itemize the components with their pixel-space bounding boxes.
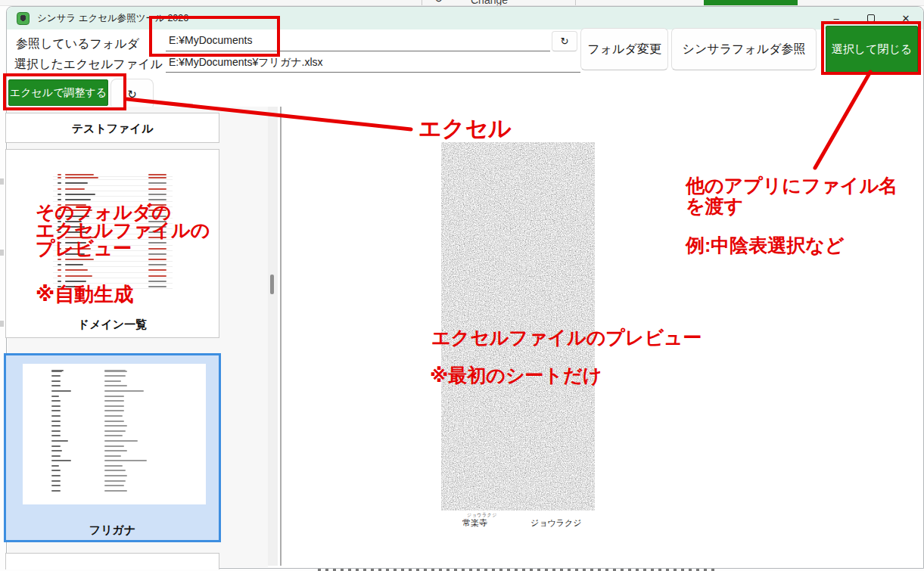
- background-refresh-icon: ↻: [434, 0, 443, 5]
- titlebar: シンサラ エクセル参照ツール 2026 – ✕: [7, 7, 923, 29]
- domain-list-thumbnail: [53, 169, 173, 292]
- sidebar-scrollbar[interactable]: [268, 107, 278, 566]
- background-window-top-strip: ↻ Change: [0, 0, 924, 6]
- sidebar-item-label: テストファイル: [6, 122, 219, 136]
- change-folder-button[interactable]: フォルダ変更: [580, 28, 668, 70]
- preview-caption-kanji: 常楽寺: [462, 517, 487, 529]
- sidebar-item-domain-list[interactable]: ドメイン一覧: [5, 149, 219, 338]
- sidebar-item-test-file[interactable]: テストファイル: [5, 113, 219, 143]
- divider: [575, 0, 576, 6]
- sidebar-item-partial[interactable]: [5, 553, 219, 569]
- preview-caption-katakana: ジョウラクジ: [530, 517, 582, 529]
- folder-refresh-button[interactable]: ↻: [552, 31, 577, 51]
- background-left-fragment: [0, 321, 4, 327]
- sidebar-scrollbar-thumb[interactable]: [270, 275, 274, 294]
- screen: ↻ Change シンサラ エクセル参照ツール 2026 – ✕ 参照しているフ…: [0, 0, 924, 571]
- select-and-close-button[interactable]: 選択して閉じる: [826, 26, 918, 73]
- sidebar-item-label: ドメイン一覧: [6, 318, 219, 332]
- divider: [422, 0, 422, 6]
- app-icon: [17, 12, 30, 25]
- background-green-button-fragment: [704, 0, 798, 6]
- sidebar-item-label: フリガナ: [6, 523, 219, 538]
- furigana-thumbnail: [23, 364, 206, 504]
- sidebar-item-furigana[interactable]: フリガナ: [4, 353, 221, 542]
- excel-preview-image: [441, 142, 595, 510]
- referenced-folder-input[interactable]: E:¥MyDocuments: [166, 31, 550, 51]
- maximize-icon: [867, 14, 875, 22]
- sidebar-main-divider: [280, 107, 282, 566]
- background-left-fragment: [0, 178, 4, 185]
- background-change-label: Change: [471, 0, 508, 6]
- selected-excel-file-input[interactable]: E:¥MyDocuments¥フリガナ.xlsx: [166, 53, 580, 73]
- background-left-fragment: [0, 250, 4, 256]
- window-title: シンサラ エクセル参照ツール 2026: [37, 12, 188, 25]
- shinsara-folder-button[interactable]: シンサラフォルダ参照: [671, 28, 817, 70]
- adjust-in-excel-button[interactable]: エクセルで調整する: [8, 79, 108, 106]
- referenced-folder-label: 参照しているフォルダ: [16, 36, 139, 52]
- reload-preview-button[interactable]: ↻: [110, 79, 154, 110]
- selected-excel-file-label: 選択したエクセルファイル: [14, 57, 163, 73]
